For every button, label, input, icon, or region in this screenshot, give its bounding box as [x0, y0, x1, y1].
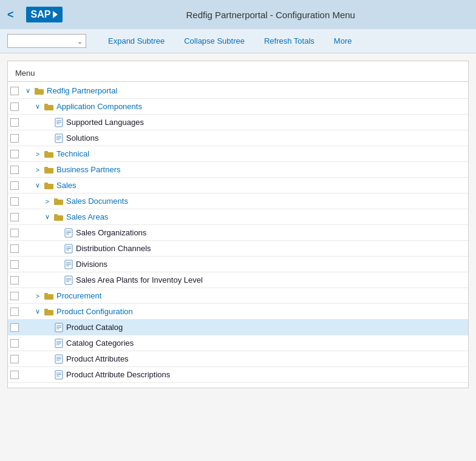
collapse-icon[interactable]: ∨ — [33, 103, 42, 110]
row-inner: Supported Languages — [21, 118, 466, 127]
toolbar-select-wrap: ⌄ — [7, 34, 86, 48]
row-inner: ∨ Application Components — [21, 102, 466, 112]
tree-container: ∨ Redfig Partnerportal∨ Application Comp… — [8, 83, 468, 383]
row-label[interactable]: Application Components — [56, 102, 142, 111]
row-checkbox[interactable] — [10, 150, 19, 158]
row-label[interactable]: Product Attributes — [66, 354, 129, 363]
row-label[interactable]: Sales Documents — [66, 197, 128, 206]
row-checkbox[interactable] — [10, 118, 19, 127]
svg-rect-15 — [44, 167, 48, 169]
row-label[interactable]: Product Configuration — [56, 307, 133, 316]
row-inner: ∨ Product Configuration — [21, 307, 466, 317]
collapse-subtree-button[interactable]: Collapse Subtree — [174, 34, 254, 48]
refresh-totals-button[interactable]: Refresh Totals — [254, 34, 324, 48]
collapse-icon[interactable]: ∨ — [24, 87, 32, 95]
expand-icon[interactable]: > — [43, 198, 52, 205]
more-button[interactable]: More — [324, 34, 362, 48]
svg-rect-19 — [54, 198, 58, 201]
row-checkbox[interactable] — [10, 371, 19, 379]
expand-subtree-button[interactable]: Expand Subtree — [98, 34, 174, 48]
config-doc-icon — [64, 275, 73, 285]
expand-icon[interactable]: > — [33, 166, 42, 173]
tree-row[interactable]: Sales Area Plants for Inventoy Level — [8, 272, 468, 288]
tree-row[interactable]: Distribution Channels — [8, 241, 468, 257]
tree-row[interactable]: ∨ Application Components — [8, 99, 468, 115]
tree-row[interactable]: > Technical — [8, 146, 468, 162]
tree-row[interactable]: Product Attribute Descriptions — [8, 367, 468, 383]
collapse-icon[interactable]: ∨ — [43, 213, 52, 221]
row-label[interactable]: Redfig Partnerportal — [47, 86, 117, 95]
folder-icon — [44, 307, 54, 317]
row-checkbox[interactable] — [10, 87, 19, 95]
row-label[interactable]: Sales — [56, 181, 76, 190]
header: < SAP Redfig Partnerportal - Configurati… — [0, 0, 476, 29]
row-label[interactable]: Catalog Categories — [66, 338, 134, 348]
row-label[interactable]: Supported Languages — [66, 118, 144, 127]
svg-rect-13 — [44, 151, 48, 153]
tree-row[interactable]: Catalog Categories — [8, 335, 468, 351]
tree-row[interactable]: Supported Languages — [8, 115, 468, 130]
svg-rect-17 — [44, 183, 48, 185]
folder-icon — [54, 197, 64, 206]
row-label[interactable]: Product Catalog — [66, 323, 123, 332]
row-inner: Sales Area Plants for Inventoy Level — [21, 275, 466, 285]
tree-row[interactable]: > Procurement — [8, 288, 468, 304]
folder-icon — [44, 165, 54, 175]
tree-row[interactable]: ∨ Sales — [8, 178, 468, 193]
tree-row[interactable]: Solutions — [8, 130, 468, 146]
row-checkbox[interactable] — [10, 323, 19, 332]
row-label[interactable]: Distribution Channels — [76, 244, 151, 253]
config-doc-icon — [54, 370, 64, 380]
row-checkbox[interactable] — [10, 308, 19, 316]
row-label[interactable]: Divisions — [76, 260, 107, 269]
row-checkbox[interactable] — [10, 197, 19, 206]
row-label[interactable]: Technical — [56, 149, 89, 158]
svg-rect-1 — [35, 88, 38, 90]
row-checkbox[interactable] — [10, 134, 19, 143]
row-checkbox[interactable] — [10, 260, 19, 269]
row-checkbox[interactable] — [10, 339, 19, 348]
row-checkbox[interactable] — [10, 181, 19, 190]
row-checkbox[interactable] — [10, 355, 19, 363]
row-checkbox[interactable] — [10, 103, 19, 111]
collapse-icon[interactable]: ∨ — [33, 181, 42, 189]
tree-row[interactable]: > Sales Documents — [8, 193, 468, 209]
sap-label: SAP — [31, 9, 51, 20]
row-inner: Sales Organizations — [21, 228, 466, 238]
row-label[interactable]: Procurement — [56, 291, 101, 300]
config-doc-icon — [64, 228, 73, 238]
row-checkbox[interactable] — [10, 166, 19, 174]
row-checkbox[interactable] — [10, 292, 19, 300]
row-checkbox[interactable] — [10, 229, 19, 237]
config-doc-icon — [64, 260, 73, 269]
tree-row[interactable]: Product Attributes — [8, 351, 468, 367]
row-label[interactable]: Sales Areas — [66, 212, 108, 221]
toolbar-select[interactable] — [7, 34, 86, 48]
header-title: Redfig Partnerportal - Configuration Men… — [72, 10, 469, 20]
tree-row[interactable]: ∨ Redfig Partnerportal — [8, 83, 468, 99]
row-label[interactable]: Product Attribute Descriptions — [66, 370, 170, 379]
row-label[interactable]: Sales Organizations — [76, 228, 146, 237]
tree-row[interactable]: > Business Partners — [8, 162, 468, 178]
row-inner: > Sales Documents — [21, 197, 466, 206]
collapse-icon[interactable]: ∨ — [33, 308, 42, 315]
row-checkbox[interactable] — [10, 213, 19, 221]
expand-icon[interactable]: > — [33, 292, 42, 300]
tree-row[interactable]: ∨ Product Configuration — [8, 304, 468, 320]
row-inner: > Technical — [21, 149, 466, 159]
tree-row[interactable]: Product Catalog — [8, 320, 468, 335]
tree-row[interactable]: ∨ Sales Areas — [8, 209, 468, 225]
config-doc-icon — [54, 354, 64, 364]
expand-icon[interactable]: > — [33, 150, 42, 158]
back-button[interactable]: < — [7, 8, 14, 21]
tree-row[interactable]: Sales Organizations — [8, 225, 468, 241]
row-label[interactable]: Solutions — [66, 133, 98, 143]
row-checkbox[interactable] — [10, 276, 19, 284]
row-checkbox[interactable] — [10, 244, 19, 253]
row-inner: > Procurement — [21, 291, 466, 301]
svg-rect-41 — [44, 309, 48, 311]
tree-row[interactable]: Divisions — [8, 257, 468, 272]
row-label[interactable]: Business Partners — [56, 165, 121, 174]
row-label[interactable]: Sales Area Plants for Inventoy Level — [76, 275, 203, 284]
config-doc-icon — [54, 323, 64, 332]
